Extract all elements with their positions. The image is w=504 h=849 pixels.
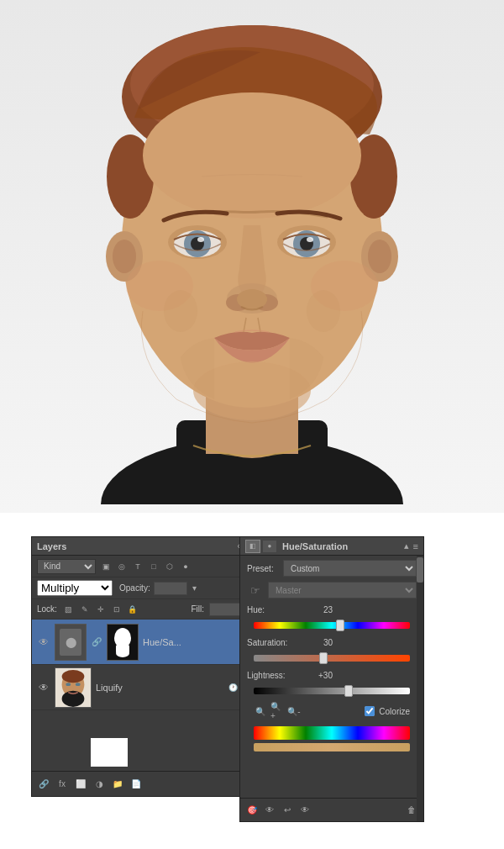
prop-title-group: ◧ ● Hue/Saturation (245, 540, 348, 553)
target-hand-icon[interactable]: ☞ (250, 584, 260, 597)
preset-select[interactable]: Custom (283, 560, 417, 577)
eyedropper-remove-icon[interactable]: 🔍- (287, 704, 301, 718)
layer-item-hue-saturation[interactable]: 👁 ⬤ 🔗 Hue/Sa... ⊙ (32, 620, 257, 665)
properties-bottom-bar: 🎯 👁 ↩ 👁 🗑 (240, 798, 423, 821)
lightness-value: +30 (307, 671, 333, 680)
svg-point-13 (368, 240, 391, 273)
mask-thumb-svg (108, 625, 138, 660)
opacity-chevron[interactable]: ▾ (192, 583, 197, 593)
svg-point-33 (307, 290, 340, 332)
prop-header-controls: ▴ ≡ (404, 541, 418, 551)
channel-row: ☞ Master (247, 582, 417, 599)
svg-rect-41 (119, 648, 126, 655)
kind-select[interactable]: Kind (37, 559, 96, 574)
prop-panel-title: Hue/Saturation (282, 541, 348, 551)
new-group-icon[interactable]: 📁 (111, 778, 124, 791)
portrait-image (0, 0, 504, 513)
svg-point-12 (113, 240, 136, 273)
svg-point-24 (307, 237, 313, 242)
scrollbar-thumb[interactable] (417, 557, 423, 583)
layer-visibility-1[interactable]: 👁 (37, 635, 50, 649)
prop-tab-adjustment[interactable]: ◧ (245, 540, 260, 553)
svg-point-32 (164, 290, 197, 332)
layer-name-2: Liquify (96, 683, 223, 693)
chain-link-icon: 🔗 (91, 624, 102, 661)
prop-reset-icon[interactable]: ↩ (281, 804, 294, 817)
saturation-value: 30 (307, 638, 333, 647)
lightness-thumb[interactable] (344, 685, 353, 697)
lock-all-icon[interactable]: 🔒 (126, 603, 139, 616)
filter-smart-icon[interactable]: ⬡ (163, 560, 176, 573)
prop-menu[interactable]: ≡ (413, 541, 418, 551)
hue-slider-container (247, 616, 417, 635)
layer-thumb-adjustment: ⬤ (55, 624, 87, 661)
filter-text-icon[interactable]: T (131, 560, 144, 573)
hue-thumb[interactable] (336, 620, 344, 631)
white-box (91, 738, 128, 767)
filter-circle-icon[interactable]: ● (179, 560, 192, 573)
lock-move-icon[interactable]: ✛ (94, 603, 108, 616)
svg-point-23 (197, 237, 204, 242)
layer-portrait-thumb (55, 667, 91, 708)
lock-icons: ▧ ✎ ✛ ⊡ 🔒 (62, 603, 139, 616)
blend-mode-select[interactable]: Multiply (37, 580, 113, 596)
new-layer-icon[interactable]: 📄 (129, 778, 143, 791)
svg-text:⬤: ⬤ (66, 636, 76, 648)
properties-scrollbar[interactable] (417, 556, 423, 821)
lock-paint-icon[interactable]: ✎ (78, 603, 92, 616)
preset-row: Preset: Custom (247, 560, 417, 577)
preset-label: Preset: (247, 564, 279, 573)
svg-point-44 (62, 670, 85, 683)
saturation-slider-container (247, 649, 417, 667)
colorize-checkbox[interactable] (365, 706, 375, 716)
layers-panel-header: Layers « × (32, 537, 257, 556)
prop-visibility-icon[interactable]: 👁 (263, 804, 276, 817)
lock-artboard-icon[interactable]: ⊡ (110, 603, 123, 616)
prop-scroll-up[interactable]: ▴ (404, 541, 409, 551)
face-illustration (67, 8, 437, 504)
hue-label: Hue: (247, 605, 307, 614)
filter-adjust-icon[interactable]: ◎ (115, 560, 129, 573)
properties-panel-header: ◧ ● Hue/Saturation ▴ ≡ (240, 537, 423, 556)
lightness-label: Lightness: (247, 671, 307, 680)
layer-name-1: Hue/Sa... (143, 637, 236, 647)
saturation-track (254, 655, 410, 662)
hue-track (254, 622, 410, 629)
layer-visibility-2[interactable]: 👁 (37, 681, 50, 694)
lightness-slider-container (247, 682, 417, 700)
saturation-label: Saturation: (247, 638, 307, 647)
filter-pixel-icon[interactable]: ▣ (99, 560, 113, 573)
kind-row: Kind ▣ ◎ T □ ⬡ ● (32, 556, 257, 577)
saturation-thumb[interactable] (319, 652, 328, 664)
fill-input[interactable]: 100% (209, 603, 243, 616)
layer-item-liquify[interactable]: 👁 Liquify 🕐 ▴ (32, 665, 257, 710)
filter-icons: ▣ ◎ T □ ⬡ ● (99, 560, 192, 573)
new-adjustment-icon[interactable]: ◑ (92, 778, 106, 791)
hue-label-row: Hue: 23 (247, 605, 417, 614)
prop-tab-info[interactable]: ● (262, 540, 277, 553)
layer-mask-thumb (107, 624, 139, 661)
link-layers-icon[interactable]: 🔗 (37, 778, 50, 791)
prop-main-section: Preset: Custom ☞ Master Hue: 23 Saturati… (240, 556, 423, 759)
lightness-label-row: Lightness: +30 (247, 671, 417, 680)
prop-view-icon[interactable]: 👁 (298, 804, 312, 817)
eyedropper-icons: 🔍 🔍+ 🔍- (254, 704, 301, 718)
fill-label: Fill: (191, 604, 204, 614)
channel-select[interactable]: Master (268, 582, 417, 599)
opacity-input[interactable]: 70% (154, 582, 187, 595)
layer-effects-icon[interactable]: fx (55, 778, 69, 791)
lightness-track (254, 688, 410, 694)
add-mask-icon[interactable]: ⬜ (74, 778, 87, 791)
saturation-label-row: Saturation: 30 (247, 638, 417, 647)
properties-panel: ◧ ● Hue/Saturation ▴ ≡ Preset: Custom ☞ … (239, 536, 424, 822)
prop-target-icon[interactable]: 🎯 (245, 804, 259, 817)
filter-shape-icon[interactable]: □ (147, 560, 160, 573)
photo-canvas (0, 0, 504, 513)
eyedropper-add-icon[interactable]: 🔍+ (270, 704, 284, 718)
prop-icon-tabs: ◧ ● (245, 540, 277, 553)
lock-transparent-icon[interactable]: ▧ (62, 603, 76, 616)
lock-label: Lock: (37, 604, 57, 614)
eyedropper-icon[interactable]: 🔍 (254, 704, 267, 718)
layers-bottom-bar: 🔗 fx ⬜ ◑ 📁 📄 🗑 (32, 771, 257, 796)
colorize-row: 🔍 🔍+ 🔍- Colorize (247, 704, 417, 718)
